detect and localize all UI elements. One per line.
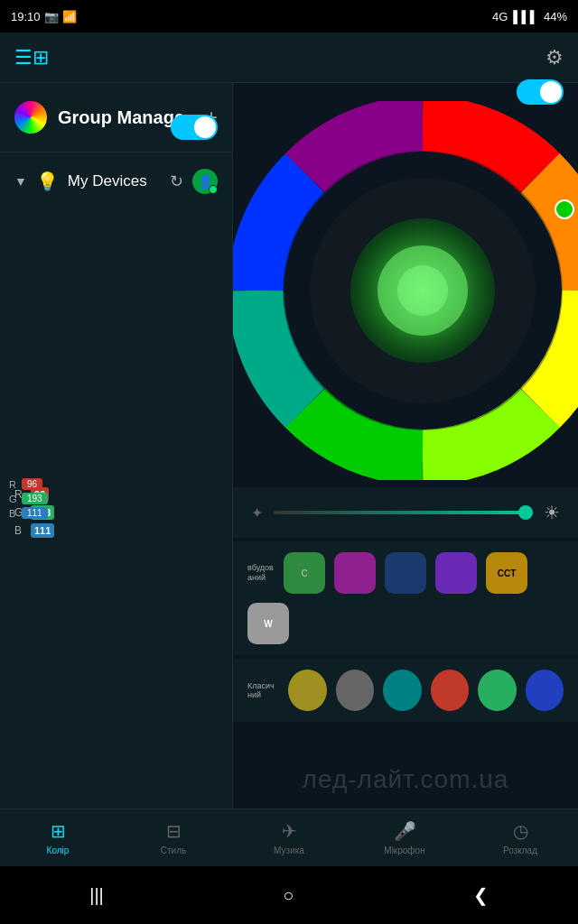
preset-cct[interactable]: CCT <box>486 552 527 594</box>
toggle-fixed <box>517 79 564 105</box>
chevron-icon: ▼ <box>14 174 27 189</box>
status-time: 19:10 <box>11 10 41 23</box>
tab-style[interactable]: ⊟ Стиль <box>116 809 231 866</box>
bottom-tab-bar: ⊞ Колір ⊟ Стиль ✈ Музика 🎤 Мікрофон ◷ Ро… <box>0 808 578 866</box>
lte-icon: 4G <box>492 10 508 23</box>
schedule-tab-label: Розклад <box>503 845 537 855</box>
b-label-fixed: B <box>9 508 18 519</box>
style-tab-label: Стиль <box>161 845 186 855</box>
classic-label: Класич ний <box>247 681 279 699</box>
refresh-icon[interactable]: ↻ <box>170 171 183 191</box>
system-nav-bar: ||| ○ ❮ <box>0 866 578 924</box>
presets-section: вбудов аний C CCT W <box>233 541 578 655</box>
group-icon <box>14 101 47 134</box>
signal-bars: ▌▌▌ <box>513 10 538 23</box>
brightness-thumb <box>518 505 533 520</box>
mic-tab-label: Мікрофон <box>384 845 424 855</box>
nav-back-btn[interactable]: ❮ <box>473 884 489 906</box>
sidebar: Group Manage + ▼ 💡 My Devices ↻ 👤 <box>0 83 233 866</box>
user-icon-glyph: 👤 <box>198 174 213 189</box>
scene-red[interactable] <box>431 670 469 711</box>
bulb-icon: 💡 <box>36 171 59 192</box>
scene-teal[interactable] <box>383 670 421 711</box>
nav-home-btn[interactable]: ○ <box>283 885 294 906</box>
settings-icon[interactable]: ⚙ <box>545 46 564 69</box>
tab-schedule[interactable]: ◷ Розклад <box>462 809 578 866</box>
svg-point-5 <box>397 265 448 316</box>
status-bar: 19:10 📷 📶 4G ▌▌▌ 44% <box>0 0 578 32</box>
tab-music[interactable]: ✈ Музика <box>231 809 347 866</box>
status-right: 4G ▌▌▌ 44% <box>492 10 567 23</box>
scene-section: Класич ний <box>233 659 578 722</box>
content-area: Group Manage + ▼ 💡 My Devices ↻ 👤 <box>0 83 578 866</box>
tab-color[interactable]: ⊞ Колір <box>0 809 116 866</box>
tab-mic[interactable]: 🎤 Мікрофон <box>347 809 462 866</box>
toggle-switch-fixed[interactable] <box>517 79 564 105</box>
main-area: R 96 G 193 B 111 <box>233 83 578 866</box>
sun-bright-icon: ☀ <box>544 502 560 523</box>
schedule-tab-icon: ◷ <box>513 820 528 842</box>
b-bar-fixed: 111 <box>22 507 48 519</box>
scene-green[interactable] <box>478 670 516 711</box>
signal-icon: 📶 <box>62 10 77 23</box>
toggle-switch[interactable] <box>171 115 218 140</box>
watermark: лед-лайт.com.ua <box>303 765 509 794</box>
preset-green[interactable]: C <box>284 552 325 594</box>
camera-icon: 📷 <box>44 10 59 23</box>
built-in-label: вбудов аний <box>247 563 275 583</box>
color-tab-icon: ⊞ <box>51 820 66 842</box>
g-bar-fixed: 193 <box>22 493 48 504</box>
preset-darkblue[interactable] <box>385 552 426 594</box>
r-bar-fixed: 96 <box>22 478 42 490</box>
color-tab-label: Колір <box>47 845 70 855</box>
toggle-knob <box>194 116 216 138</box>
preset-white[interactable]: W <box>247 603 289 644</box>
slider-view-icon[interactable]: ⊞ <box>33 46 49 69</box>
scene-blue[interactable] <box>526 670 564 711</box>
preset-row: вбудов аний C CCT W <box>247 552 564 644</box>
music-tab-label: Музика <box>274 845 304 855</box>
status-left: 19:10 📷 📶 <box>11 10 77 23</box>
scene-row: Класич ний <box>247 670 564 711</box>
r-label-fixed: R <box>9 479 18 490</box>
brightness-section: ✦ ☀ <box>233 487 578 538</box>
brightness-slider[interactable] <box>274 511 533 514</box>
scene-gray[interactable] <box>336 670 374 711</box>
my-devices-label: My Devices <box>68 172 161 190</box>
g-row-fixed: G 193 <box>9 493 48 504</box>
r-row-fixed: R 96 <box>9 478 48 490</box>
rgb-fixed: R 96 G 193 B 111 <box>9 478 48 519</box>
my-devices-section: ▼ 💡 My Devices ↻ 👤 <box>0 152 232 210</box>
preset-violet[interactable] <box>435 552 477 594</box>
color-wheel-svg[interactable] <box>233 101 578 480</box>
list-view-icon[interactable]: ☰ <box>14 46 33 69</box>
scene-olive[interactable] <box>288 670 326 711</box>
nav-recent-btn[interactable]: ||| <box>89 885 104 906</box>
toggle-container <box>171 115 218 140</box>
g-label-fixed: G <box>9 494 18 504</box>
preset-purple[interactable] <box>334 552 376 594</box>
toggle-knob-fixed <box>540 81 562 103</box>
music-tab-icon: ✈ <box>282 820 297 842</box>
top-nav: ☰ ⊞ ⚙ <box>0 32 578 83</box>
color-wheel-container[interactable]: R 96 G 193 B 111 <box>233 101 578 480</box>
battery-level: 44% <box>544 10 567 23</box>
svg-point-6 <box>555 200 573 218</box>
sun-dim-icon: ✦ <box>251 504 263 522</box>
b-row-fixed: B 111 <box>9 507 48 519</box>
device-user-icon[interactable]: 👤 <box>192 169 218 194</box>
mic-tab-icon: 🎤 <box>394 820 416 842</box>
style-tab-icon: ⊟ <box>166 820 182 842</box>
